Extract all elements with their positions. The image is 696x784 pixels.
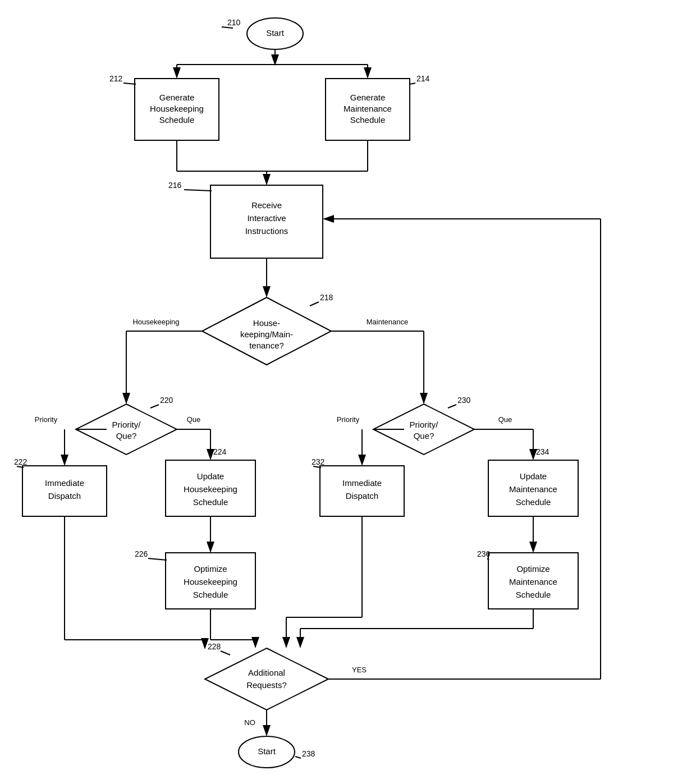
- update-maintenance-label1: Update: [520, 471, 547, 481]
- start-ref: 210: [227, 18, 241, 27]
- svg-line-2: [410, 83, 415, 84]
- svg-line-12: [295, 757, 301, 758]
- immediate-dispatch-maint-label1: Immediate: [342, 478, 382, 488]
- end-start-label: Start: [258, 746, 276, 756]
- svg-line-0: [222, 27, 233, 28]
- svg-line-7: [148, 558, 167, 560]
- flowchart-diagram: Start 210 Generate Housekeeping Schedule…: [0, 0, 696, 784]
- que-hk-label: Que: [187, 415, 201, 424]
- immediate-dispatch-maint-label2: Dispatch: [346, 491, 378, 501]
- gen-maintenance-label3: Schedule: [350, 115, 386, 125]
- additional-requests-ref: 228: [208, 642, 221, 651]
- optimize-maintenance-label1: Optimize: [516, 564, 550, 574]
- additional-requests-label1: Additional: [248, 668, 285, 677]
- additional-requests-label2: Requests?: [246, 680, 287, 690]
- priority-que-maint-label2: Que?: [414, 431, 434, 441]
- svg-line-8: [448, 405, 456, 408]
- gen-maintenance-label2: Maintenance: [344, 104, 392, 113]
- immediate-dispatch-hk-label2: Dispatch: [48, 491, 81, 501]
- receive-instructions-ref: 216: [168, 181, 182, 190]
- yes-label: YES: [352, 666, 367, 674]
- priority-que-hk-label1: Priority/: [112, 420, 141, 429]
- hk-maint-label3: tenance?: [249, 341, 284, 350]
- optimize-maintenance-label2: Maintenance: [509, 577, 557, 586]
- immediate-dispatch-maint-ref: 232: [312, 457, 325, 466]
- end-start-ref: 238: [302, 749, 315, 758]
- que-maint-label: Que: [498, 415, 512, 424]
- gen-housekeeping-label: Generate: [159, 93, 195, 102]
- maintenance-label: Maintenance: [367, 318, 408, 326]
- gen-housekeeping-label3: Schedule: [159, 115, 195, 125]
- hk-maint-label2: keeping/Main-: [240, 329, 293, 339]
- receive-instructions-label2: Interactive: [247, 213, 286, 223]
- additional-requests-diamond: [205, 648, 328, 710]
- svg-line-4: [310, 302, 319, 306]
- optimize-maintenance-label3: Schedule: [516, 590, 551, 599]
- optimize-housekeeping-label2: Housekeeping: [184, 577, 237, 586]
- no-label: NO: [244, 718, 255, 727]
- update-maintenance-label3: Schedule: [516, 497, 551, 507]
- housekeeping-label: Housekeeping: [132, 318, 179, 326]
- gen-maintenance-ref: 214: [416, 74, 430, 83]
- svg-line-1: [123, 83, 136, 84]
- priority-que-maint-label1: Priority/: [410, 420, 439, 429]
- optimize-maintenance-ref: 236: [477, 549, 491, 558]
- priority-que-hk-ref: 220: [160, 396, 173, 405]
- immediate-dispatch-hk-ref: 222: [14, 457, 28, 466]
- hk-maint-label1: House-: [253, 318, 280, 328]
- optimize-housekeeping-label1: Optimize: [194, 564, 227, 574]
- hk-maint-ref: 218: [320, 293, 333, 302]
- svg-line-11: [221, 651, 230, 655]
- priority-maint-label: Priority: [337, 415, 360, 424]
- update-housekeeping-label2: Housekeeping: [184, 484, 237, 494]
- optimize-housekeeping-label3: Schedule: [193, 590, 228, 599]
- priority-que-hk-label2: Que?: [116, 431, 137, 441]
- update-housekeeping-ref: 224: [213, 447, 227, 456]
- priority-hk-label: Priority: [35, 415, 58, 424]
- svg-line-5: [150, 405, 159, 408]
- update-maintenance-label2: Maintenance: [509, 484, 557, 494]
- gen-housekeeping-label2: Housekeeping: [150, 104, 204, 113]
- receive-instructions-label3: Instructions: [245, 226, 289, 236]
- update-maintenance-ref: 234: [536, 447, 550, 456]
- svg-line-3: [184, 190, 212, 191]
- priority-que-maint-ref: 230: [457, 396, 471, 405]
- gen-housekeeping-ref: 212: [109, 74, 123, 83]
- immediate-dispatch-hk-label1: Immediate: [45, 478, 84, 488]
- start-label: Start: [266, 28, 285, 38]
- optimize-housekeeping-ref: 226: [135, 549, 148, 558]
- update-housekeeping-label1: Update: [197, 471, 224, 481]
- update-housekeeping-label3: Schedule: [193, 497, 228, 507]
- gen-maintenance-label: Generate: [350, 93, 386, 102]
- receive-instructions-label1: Receive: [251, 200, 282, 210]
